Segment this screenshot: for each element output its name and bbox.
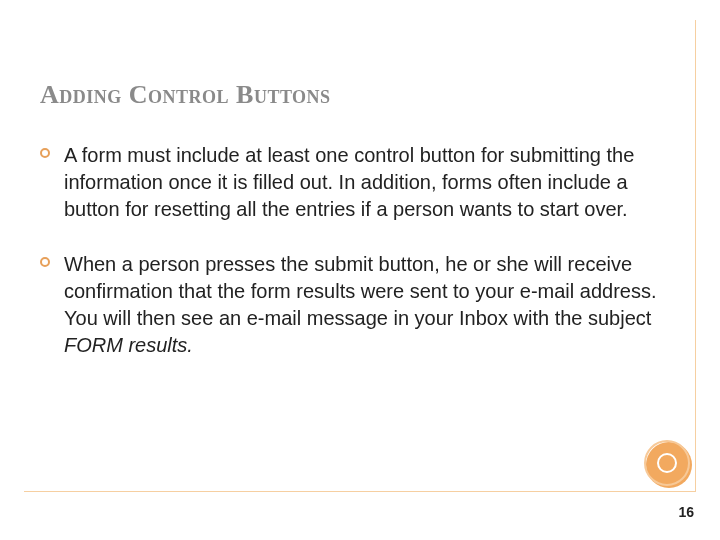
bullet-text: When a person presses the submit button,… (64, 251, 680, 359)
bullet-icon (40, 257, 50, 267)
bullet-text-main: When a person presses the submit button,… (64, 253, 656, 329)
bullet-text-italic: FORM results. (64, 334, 193, 356)
page-number: 16 (678, 504, 694, 520)
bullet-icon (40, 148, 50, 158)
bullet-text: A form must include at least one control… (64, 142, 680, 223)
list-item: When a person presses the submit button,… (40, 251, 680, 359)
side-rule (695, 20, 696, 492)
bullet-list: A form must include at least one control… (40, 142, 680, 359)
slide: Adding Control Buttons A form must inclu… (0, 0, 720, 540)
bottom-rule (24, 491, 696, 492)
list-item: A form must include at least one control… (40, 142, 680, 223)
decorative-circle (646, 442, 692, 488)
slide-title: Adding Control Buttons (40, 80, 680, 110)
